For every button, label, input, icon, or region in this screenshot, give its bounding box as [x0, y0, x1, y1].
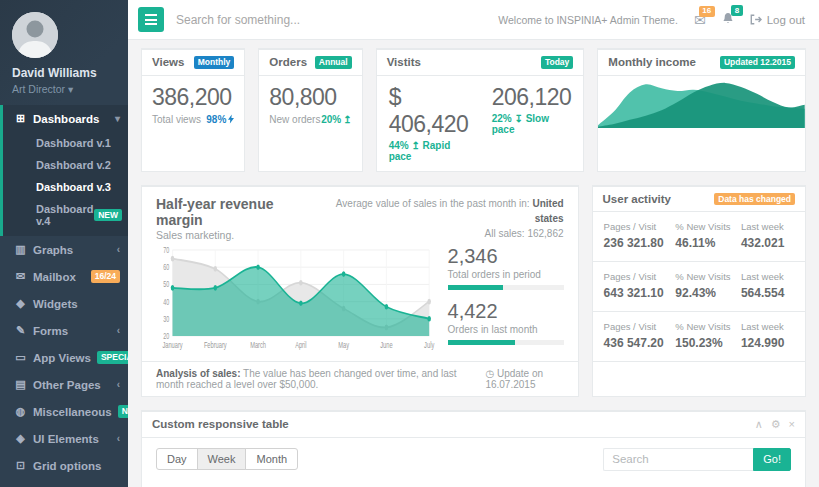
column-header-name[interactable]: Name: [320, 482, 389, 487]
column-header--[interactable]: #: [156, 482, 178, 487]
sidebar-toggle-button[interactable]: [138, 7, 164, 32]
bolt-icon: [228, 114, 234, 124]
sidebar-badge: NEW: [118, 405, 128, 418]
subitem-label: Dashboard v.1: [36, 137, 111, 149]
range-button-day[interactable]: Day: [156, 448, 198, 470]
wrench-icon[interactable]: ⚙: [771, 418, 781, 431]
column-header-company[interactable]: Company: [461, 482, 558, 487]
sidebar-item-row[interactable]: ◈UI Elements‹: [3, 425, 128, 452]
sidebar-item-row[interactable]: ⊞Dashboards▾: [3, 105, 128, 132]
chevron-left-icon: ‹: [117, 325, 120, 336]
sidebar-item-row[interactable]: ✉Mailbox16/24: [3, 263, 128, 290]
go-button[interactable]: Go!: [753, 448, 791, 471]
revenue-stat-value: 4,422: [448, 300, 564, 323]
chevron-left-icon: ‹: [117, 244, 120, 255]
chevron-down-icon: ▾: [115, 113, 120, 124]
user-name: David Williams: [12, 66, 116, 80]
other-pages-icon: ▤: [14, 378, 27, 391]
close-icon[interactable]: ×: [789, 418, 795, 431]
level-up-icon: ↥: [411, 140, 419, 151]
column-header-project[interactable]: Project: [178, 482, 320, 487]
sidebar-item-row[interactable]: ▤Other Pages‹: [3, 371, 128, 398]
level-up-icon: ↥: [343, 114, 351, 125]
column-header-phone[interactable]: Phone: [389, 482, 461, 487]
search-input[interactable]: [176, 13, 386, 27]
monthly-income-card: Monthly income Updated 12.2015: [597, 48, 806, 172]
update-info: ◷ Update on 16.07.2015: [485, 368, 563, 390]
sidebar-item-row[interactable]: ▥Graphs‹: [3, 236, 128, 263]
table-search-input[interactable]: [603, 448, 753, 471]
sidebar-item-row[interactable]: ✎Forms‹: [3, 317, 128, 344]
activity-cell-label: Pages / Visit: [604, 221, 676, 232]
sidebar-item-forms[interactable]: ✎Forms‹: [0, 317, 128, 344]
sidebar-item-row[interactable]: ◍MiscellaneousNEW: [3, 398, 128, 425]
sidebar-item-row[interactable]: ▭App ViewsSPECIAL: [3, 344, 128, 371]
alerts-button[interactable]: 8: [722, 12, 734, 27]
dashboards-icon: ⊞: [14, 112, 27, 125]
orders-title: Orders: [269, 56, 307, 68]
avatar[interactable]: [12, 12, 58, 58]
collapse-icon[interactable]: ∧: [755, 418, 763, 431]
table-search-group: Go!: [603, 448, 791, 471]
sidebar-item-row[interactable]: ▦Tables‹: [3, 479, 128, 487]
logout-icon: [750, 14, 762, 25]
range-button-month[interactable]: Month: [245, 448, 298, 470]
views-delta: 98%: [206, 114, 226, 125]
sidebar-profile[interactable]: David Williams Art Director ▾: [0, 0, 128, 105]
sidebar-subitem-dashboard-v-2[interactable]: Dashboard v.2: [3, 154, 128, 176]
activity-cell-label: % New Visits: [675, 321, 741, 332]
widgets-icon: ◆: [14, 297, 27, 310]
sidebar-item-tables[interactable]: ▦Tables‹: [0, 479, 128, 487]
range-button-week[interactable]: Week: [197, 448, 247, 470]
graphs-icon: ▥: [14, 243, 27, 256]
sidebar-subitem-dashboard-v-1[interactable]: Dashboard v.1: [3, 132, 128, 154]
messages-button[interactable]: ✉ 16: [694, 13, 706, 27]
new-badge: NEW: [94, 209, 122, 222]
table-row: Custom responsive table ∧⚙× DayWeekMonth…: [141, 410, 806, 487]
navbar-right: Welcome to INSPINIA+ Admin Theme. ✉ 16 8: [498, 12, 805, 27]
sidebar-item-other-pages[interactable]: ▤Other Pages‹: [0, 371, 128, 398]
sidebar-item-app-views[interactable]: ▭App ViewsSPECIAL: [0, 344, 128, 371]
user-activity-panel: User activity Data has changed Pages / V…: [592, 185, 806, 397]
views-label: Total views: [152, 114, 201, 125]
revenue-title: Half-year revenue margin: [156, 196, 316, 228]
column-header-action[interactable]: Action: [745, 482, 791, 487]
user-role-dropdown[interactable]: Art Director ▾: [12, 83, 116, 95]
sidebar-item-row[interactable]: ⊡Grid options: [3, 452, 128, 479]
logout-button[interactable]: Log out: [750, 14, 805, 26]
column-header-completed[interactable]: Completed: [558, 482, 643, 487]
sidebar-nav: ⊞Dashboards▾Dashboard v.1Dashboard v.2Da…: [0, 105, 128, 487]
sidebar-item-widgets[interactable]: ◆Widgets: [0, 290, 128, 317]
clock-icon: ◷: [485, 368, 494, 379]
activity-cell: Last week124.990: [741, 321, 794, 350]
sidebar-item-graphs[interactable]: ▥Graphs‹: [0, 236, 128, 263]
annual-badge: Annual: [315, 56, 352, 69]
app-window: David Williams Art Director ▾ ⊞Dashboard…: [0, 0, 819, 487]
sidebar-subitem-dashboard-v-3[interactable]: Dashboard v.3: [3, 176, 128, 198]
sidebar-item-row[interactable]: ◆Widgets: [3, 290, 128, 317]
sidebar-item-miscellaneous[interactable]: ◍MiscellaneousNEW: [0, 398, 128, 425]
app-views-icon: ▭: [14, 351, 27, 364]
svg-text:60: 60: [163, 263, 169, 273]
sidebar-item-dashboards[interactable]: ⊞Dashboards▾Dashboard v.1Dashboard v.2Da…: [0, 105, 128, 236]
subitem-label: Dashboard v.3: [36, 181, 111, 193]
sidebar-item-grid-options[interactable]: ⊡Grid options: [0, 452, 128, 479]
activity-cell: Pages / Visit643 321.10: [604, 271, 676, 300]
activity-cell-value: 124.990: [741, 336, 794, 350]
sidebar-item-mailbox[interactable]: ✉Mailbox16/24: [0, 263, 128, 290]
user-role-label: Art Director: [12, 83, 65, 95]
activity-cell-value: 150.23%: [675, 336, 741, 350]
activity-cell-label: Last week: [741, 321, 794, 332]
visits-card: Vistits Today $ 406,42044% ↥ Rapid pace2…: [376, 48, 585, 172]
column-header-date[interactable]: Date: [679, 482, 744, 487]
sidebar-badge: 16/24: [91, 270, 120, 283]
messages-badge: 16: [699, 6, 715, 17]
column-header-task[interactable]: Task: [643, 482, 679, 487]
activity-row: Pages / Visit436 547.20% New Visits150.2…: [593, 312, 805, 362]
avg-sales-prefix: Average value of sales in the past month…: [336, 198, 530, 209]
data-changed-badge: Data has changed: [714, 193, 795, 206]
activity-cell-value: 436 547.20: [604, 336, 676, 350]
update-date: Update on 16.07.2015: [485, 368, 543, 390]
sidebar-subitem-dashboard-v-4[interactable]: Dashboard v.4NEW: [3, 198, 128, 232]
sidebar-item-ui-elements[interactable]: ◈UI Elements‹: [0, 425, 128, 452]
